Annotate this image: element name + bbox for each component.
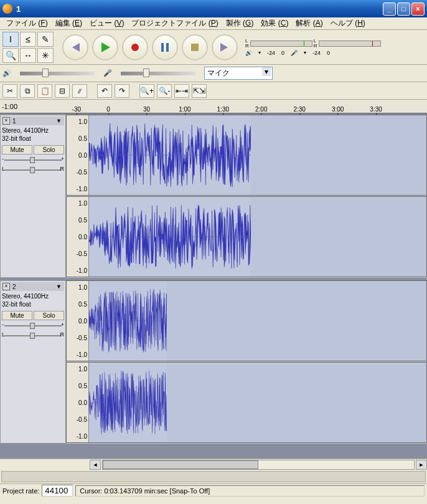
waveform-area[interactable] [89,363,426,442]
window-title: 1 [16,4,382,14]
pan-slider[interactable]: L R [4,331,62,340]
channel-left: 1.00.5 0.0-0.5 -1.0 [66,280,427,361]
selection-bar[interactable] [1,471,426,482]
vertical-scale[interactable]: 1.00.5 0.0-0.5 -1.0 [67,363,89,442]
fit-project-button[interactable]: ⇱⇲ [192,84,207,98]
selection-tool[interactable]: I [2,32,19,47]
meters: LR LR 🔊 ▾ -24 0 🎤 ▾ -24 0 [245,39,425,56]
record-meter[interactable] [319,40,381,47]
svg-rect-3 [191,44,199,51]
skip-start-button[interactable] [62,34,88,60]
svg-rect-2 [166,43,169,52]
tool-selector: I ≤ ✎ 🔍 ↔ ✳ [2,32,57,63]
pan-slider[interactable]: L R [4,166,62,174]
channel-right: 1.00.5 0.0-0.5 -1.0 [66,196,427,277]
speaker-icon: 🔊 [2,69,11,77]
solo-button[interactable]: Solo [34,145,64,155]
rate-label: Project rate: [2,487,39,495]
menu-edit[interactable]: 編集 (E) [52,17,86,30]
track-name[interactable]: 2 [11,283,55,290]
project-rate-input[interactable] [42,485,73,497]
track-close-button[interactable]: × [2,283,10,290]
mixer-toolbar: 🔊 🎤 マイク [0,65,427,82]
vertical-scale[interactable]: 1.00.5 0.0-0.5 -1.0 [67,197,89,277]
menu-generate[interactable]: 製作 (G) [222,17,258,30]
speaker-icon: 🔊 [245,50,252,56]
track-panel: × 2 ▼ Stereo, 44100Hz 32-bit float Mute … [0,280,66,444]
track-row: × 2 ▼ Stereo, 44100Hz 32-bit float Mute … [0,280,427,444]
solo-button[interactable]: Solo [34,311,64,320]
input-device-select[interactable]: マイク [204,67,273,80]
undo-button[interactable]: ↶ [97,84,112,98]
menu-file[interactable]: ファイル (F) [2,17,52,30]
gain-slider[interactable]: - + [4,321,62,330]
waveform-area[interactable] [89,115,426,195]
mute-button[interactable]: Mute [2,311,32,320]
output-volume-slider[interactable] [20,72,95,75]
maximize-button[interactable]: □ [397,2,410,16]
trim-button[interactable]: ⊟ [55,84,70,98]
envelope-tool[interactable]: ≤ [20,32,36,47]
track-row: × 1 ▼ Stereo, 44100Hz 32-bit float Mute … [0,115,427,278]
track-area: × 1 ▼ Stereo, 44100Hz 32-bit float Mute … [0,113,427,459]
scroll-left-button[interactable]: ◄ [90,460,101,470]
play-button[interactable] [92,34,118,60]
vertical-scale[interactable]: 1.00.5 0.0-0.5 -1.0 [67,281,89,361]
track-panel: × 1 ▼ Stereo, 44100Hz 32-bit float Mute … [0,115,66,278]
track-name[interactable]: 1 [11,118,55,125]
zoom-in-button[interactable]: 🔍+ [139,84,154,98]
menu-effect[interactable]: 効果 (C) [257,17,292,30]
cut-button[interactable]: ✂ [2,84,17,98]
copy-button[interactable]: ⧉ [20,84,35,98]
input-volume-slider[interactable] [121,72,195,75]
minimize-button[interactable]: _ [383,2,396,16]
track-menu-button[interactable]: ▼ [56,118,63,124]
channel-left: 1.00.5 0.0-0.5 -1.0 [66,115,427,196]
zoom-tool[interactable]: 🔍 [2,48,19,63]
fit-selection-button[interactable]: ⇤⇥ [174,84,189,98]
track-info: Stereo, 44100Hz 32-bit float [2,291,64,310]
transport-controls [62,34,238,60]
zoom-out-button[interactable]: 🔍- [157,84,172,98]
gain-slider[interactable]: - + [4,156,62,164]
app-icon [2,4,12,14]
silence-button[interactable]: ⫽ [72,84,87,98]
statusbar: Project rate: Cursor: 0:03.143709 min:se… [0,483,427,497]
timeline-ruler[interactable]: -1:00 -30 0 30 1:00 1:30 2:00 2:30 3:00 … [0,100,427,113]
track-menu-button[interactable]: ▼ [56,283,63,290]
multi-tool[interactable]: ✳ [37,48,54,63]
menu-help[interactable]: ヘルプ (H) [327,17,369,30]
waveform-area[interactable] [89,197,426,277]
track-close-button[interactable]: × [2,117,10,125]
svg-point-0 [131,44,139,51]
menu-project[interactable]: プロジェクトファイル (P) [128,17,222,30]
cursor-status: Cursor: 0:03.143709 min:sec [Snap-To Off… [75,485,425,497]
timeshift-tool[interactable]: ↔ [20,48,36,63]
mic-icon: 🎤 [291,50,298,56]
redo-button[interactable]: ↷ [115,84,129,98]
svg-rect-1 [161,43,164,52]
horizontal-scrollbar[interactable]: ◄ ► [0,459,427,470]
scroll-right-button[interactable]: ► [416,460,427,470]
menu-view[interactable]: ビュー (V) [86,17,128,30]
track-info: Stereo, 44100Hz 32-bit float [2,125,64,144]
titlebar: 1 _ □ × [0,0,427,17]
menu-analyze[interactable]: 解析 (A) [292,17,326,30]
channel-right: 1.00.5 0.0-0.5 -1.0 [66,362,427,443]
close-button[interactable]: × [411,2,425,16]
vertical-scale[interactable]: 1.00.5 0.0-0.5 -1.0 [67,115,89,195]
record-button[interactable] [122,34,148,60]
paste-button[interactable]: 📋 [37,84,52,98]
pause-button[interactable] [152,34,178,60]
edit-toolbar: ✂ ⧉ 📋 ⊟ ⫽ ↶ ↷ 🔍+ 🔍- ⇤⇥ ⇱⇲ [0,82,427,100]
draw-tool[interactable]: ✎ [37,32,54,47]
playback-meter[interactable] [250,40,312,47]
waveform-area[interactable] [89,281,426,361]
skip-end-button[interactable] [212,34,238,60]
menubar: ファイル (F) 編集 (E) ビュー (V) プロジェクトファイル (P) 製… [0,17,427,30]
mic-icon: 🎤 [103,69,112,77]
main-toolbar: I ≤ ✎ 🔍 ↔ ✳ LR LR 🔊 ▾ -24 0 🎤 ▾ -24 0 [0,30,427,65]
mute-button[interactable]: Mute [2,145,32,155]
stop-button[interactable] [182,34,208,60]
